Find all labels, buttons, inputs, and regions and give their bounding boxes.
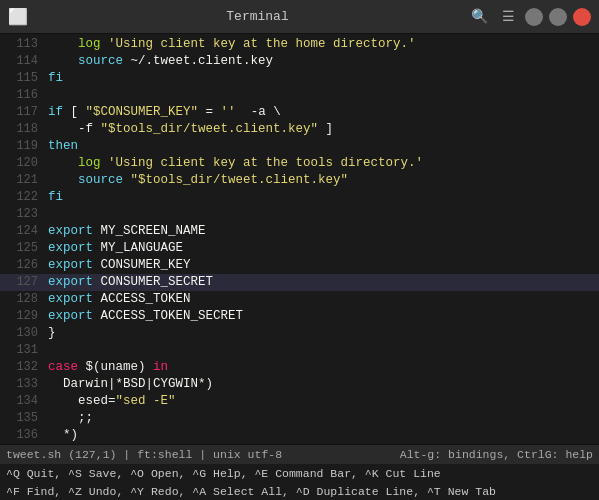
status-position: (127,1) <box>61 448 116 461</box>
current-line: 127 export CONSUMER_SECRET <box>0 274 599 291</box>
code-line: 128 export ACCESS_TOKEN <box>0 291 599 308</box>
status-encoding: | unix <box>192 448 240 461</box>
window-title: Terminal <box>48 9 467 24</box>
title-bar: ⬜ Terminal 🔍 ☰ − □ ✕ <box>0 0 599 34</box>
status-filename: tweet.sh <box>6 448 61 461</box>
code-line: 113 log 'Using client key at the home di… <box>0 36 599 53</box>
status-hint: Alt-g: bindings, CtrlG: help <box>400 448 593 461</box>
code-line: 120 log 'Using client key at the tools d… <box>0 155 599 172</box>
status-ft: | ft:shell <box>116 448 192 461</box>
terminal-icon: ⬜ <box>8 7 28 27</box>
code-line: 132 case $(uname) in <box>0 359 599 376</box>
code-line: 118 -f "$tools_dir/tweet.client.key" ] <box>0 121 599 138</box>
code-line: 131 <box>0 342 599 359</box>
minimize-button[interactable]: − <box>525 8 543 26</box>
code-area[interactable]: 113 log 'Using client key at the home di… <box>0 34 599 444</box>
help-text-1: ^Q Quit, ^S Save, ^O Open, ^G Help, ^E C… <box>6 467 441 480</box>
menu-icon[interactable]: ☰ <box>498 6 519 27</box>
code-line: 126 export CONSUMER_KEY <box>0 257 599 274</box>
code-line: 133 Darwin|*BSD|CYGWIN*) <box>0 376 599 393</box>
code-line: 124 export MY_SCREEN_NAME <box>0 223 599 240</box>
help-bar-1: ^Q Quit, ^S Save, ^O Open, ^G Help, ^E C… <box>0 464 599 482</box>
code-line: 129 export ACCESS_TOKEN_SECRET <box>0 308 599 325</box>
code-line: 117 if [ "$CONSUMER_KEY" = '' -a \ <box>0 104 599 121</box>
code-line: 114 source ~/.tweet.client.key <box>0 53 599 70</box>
code-line: 115 fi <box>0 70 599 87</box>
code-line: 121 source "$tools_dir/tweet.client.key" <box>0 172 599 189</box>
status-bar: tweet.sh (127,1) | ft:shell | unix utf-8… <box>0 444 599 464</box>
code-line: 130 } <box>0 325 599 342</box>
maximize-button[interactable]: □ <box>549 8 567 26</box>
code-line: 116 <box>0 87 599 104</box>
status-charset: utf-8 <box>241 448 282 461</box>
code-line: 125 export MY_LANGUAGE <box>0 240 599 257</box>
title-bar-left: ⬜ <box>8 7 48 27</box>
search-icon[interactable]: 🔍 <box>467 6 492 27</box>
help-bar-2: ^F Find, ^Z Undo, ^Y Redo, ^A Select All… <box>0 482 599 500</box>
code-line: 135 ;; <box>0 410 599 427</box>
code-line: 136 *) <box>0 427 599 444</box>
help-text-2: ^F Find, ^Z Undo, ^Y Redo, ^A Select All… <box>6 485 496 498</box>
code-line: 122 fi <box>0 189 599 206</box>
code-line: 134 esed="sed -E" <box>0 393 599 410</box>
window-controls: 🔍 ☰ − □ ✕ <box>467 6 591 27</box>
close-button[interactable]: ✕ <box>573 8 591 26</box>
terminal-body: 113 log 'Using client key at the home di… <box>0 34 599 500</box>
code-line: 119 then <box>0 138 599 155</box>
code-line: 123 <box>0 206 599 223</box>
